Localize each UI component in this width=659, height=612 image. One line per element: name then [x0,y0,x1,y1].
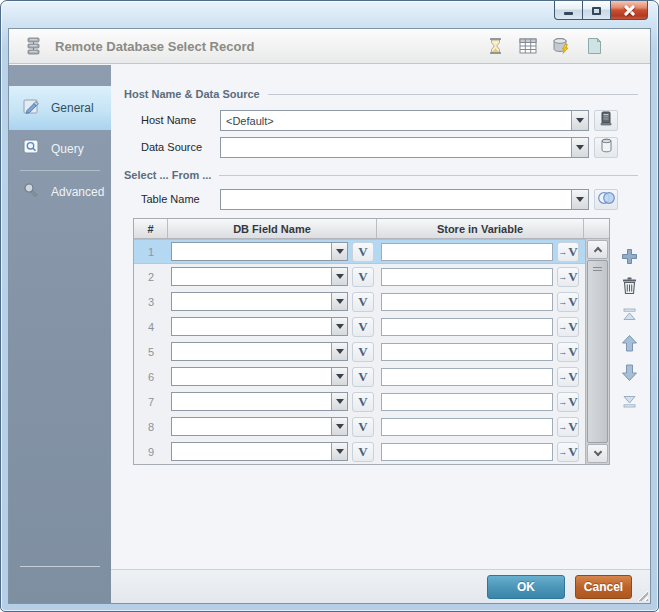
grid-body: 1 V →V 2 [134,239,585,464]
insert-variable-button[interactable]: V [352,342,374,362]
db-field-value [172,268,331,285]
assign-variable-button[interactable]: →V [557,342,579,362]
sidebar-item-advanced[interactable]: Advanced [9,173,111,211]
dropdown-button[interactable] [331,318,347,335]
store-in-variable-input[interactable] [381,443,553,461]
move-to-bottom-icon [621,395,638,408]
v-label: V [568,419,577,435]
dropdown-button[interactable] [331,418,347,435]
store-in-variable-input[interactable] [381,393,553,411]
db-field-combobox[interactable] [171,267,348,286]
add-row-button[interactable] [618,246,640,267]
chevron-down-icon [336,349,344,354]
table-row[interactable]: 4 V →V [134,314,585,339]
assign-variable-button[interactable]: →V [557,442,579,462]
assign-variable-button[interactable]: →V [557,392,579,412]
dropdown-button[interactable] [571,111,588,130]
paste-icon[interactable] [584,36,604,56]
store-in-variable-input[interactable] [381,343,553,361]
insert-variable-button[interactable]: V [352,317,374,337]
chevron-down-icon [336,424,344,429]
grid-icon[interactable] [518,36,538,56]
dropdown-button[interactable] [571,138,588,157]
store-in-variable-input[interactable] [381,268,553,286]
row-number: 5 [134,346,168,358]
data-source-browse-button[interactable] [594,137,618,158]
insert-variable-button[interactable]: V [352,267,374,287]
assign-variable-button[interactable]: →V [557,292,579,312]
data-source-combobox[interactable] [220,137,589,158]
dropdown-button[interactable] [331,293,347,310]
table-join-button[interactable] [594,189,618,210]
hourglass-icon[interactable] [485,36,505,56]
insert-variable-button[interactable]: V [352,242,374,262]
dropdown-button[interactable] [331,343,347,360]
table-row[interactable]: 7 V →V [134,389,585,414]
chevron-down-icon [336,274,344,279]
scroll-up-button[interactable] [587,240,608,259]
table-row[interactable]: 5 V →V [134,339,585,364]
insert-variable-button[interactable]: V [352,292,374,312]
sidebar-item-general[interactable]: General [9,86,111,130]
store-in-variable-input[interactable] [381,293,553,311]
sidebar: General Query [9,65,111,603]
db-field-combobox[interactable] [171,242,348,261]
assign-variable-button[interactable]: →V [557,417,579,437]
store-in-variable-input[interactable] [381,368,553,386]
move-up-button[interactable] [618,333,640,354]
move-down-button[interactable] [618,362,640,383]
host-name-combobox[interactable]: <Default> [220,110,589,131]
db-field-combobox[interactable] [171,292,348,311]
assign-variable-button[interactable]: →V [557,317,579,337]
resize-grip[interactable] [635,588,648,601]
dropdown-button[interactable] [571,190,588,209]
insert-variable-button[interactable]: V [352,367,374,387]
insert-variable-button[interactable]: V [352,417,374,437]
assign-variable-button[interactable]: →V [557,242,579,262]
ok-button[interactable]: OK [487,575,565,599]
dropdown-button[interactable] [331,243,347,260]
cancel-button[interactable]: Cancel [575,575,632,599]
host-browse-button[interactable] [594,110,618,131]
insert-variable-button[interactable]: V [352,392,374,412]
sidebar-item-query[interactable]: Query [9,130,111,168]
scrollbar-grip-icon [593,267,602,272]
table-row[interactable]: 1 V →V [134,239,585,264]
sidebar-divider [20,170,100,171]
assign-variable-button[interactable]: →V [557,367,579,387]
db-field-combobox[interactable] [171,392,348,411]
database-flash-icon[interactable] [551,36,571,56]
db-field-combobox[interactable] [171,342,348,361]
delete-row-button[interactable] [618,275,640,296]
move-top-button[interactable] [618,304,640,325]
close-button[interactable] [611,1,648,20]
table-row[interactable]: 3 V →V [134,289,585,314]
insert-variable-button[interactable]: V [352,442,374,462]
scroll-down-button[interactable] [587,444,608,463]
maximize-button[interactable] [583,1,611,20]
store-in-variable-input[interactable] [381,318,553,336]
dropdown-button[interactable] [331,268,347,285]
minimize-button[interactable] [554,1,583,20]
db-field-combobox[interactable] [171,367,348,386]
scrollbar-thumb[interactable] [587,260,608,443]
row-number: 9 [134,446,168,458]
table-row[interactable]: 9 V →V [134,439,585,464]
table-row[interactable]: 2 V →V [134,264,585,289]
dropdown-button[interactable] [331,443,347,460]
data-source-label: Data Source [141,141,202,153]
db-field-combobox[interactable] [171,317,348,336]
table-row[interactable]: 8 V →V [134,414,585,439]
grid-scrollbar[interactable] [585,239,609,464]
database-stack-icon [26,37,41,56]
move-bottom-button[interactable] [618,391,640,412]
dropdown-button[interactable] [331,393,347,410]
store-in-variable-input[interactable] [381,418,553,436]
assign-variable-button[interactable]: →V [557,267,579,287]
table-name-combobox[interactable] [220,189,589,210]
db-field-combobox[interactable] [171,442,348,461]
store-in-variable-input[interactable] [381,243,553,261]
dropdown-button[interactable] [331,368,347,385]
table-row[interactable]: 6 V →V [134,364,585,389]
db-field-combobox[interactable] [171,417,348,436]
